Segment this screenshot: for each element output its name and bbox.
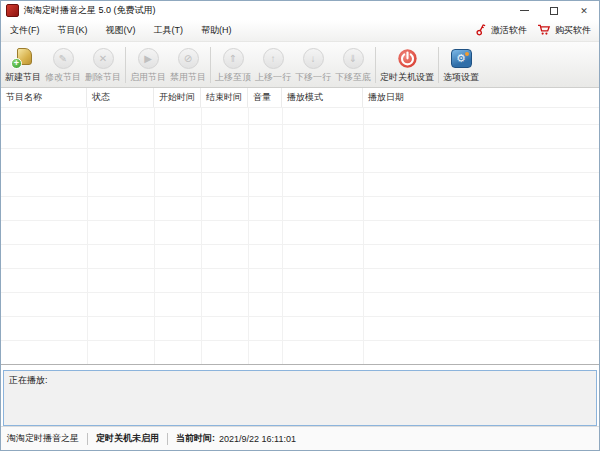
toolbar-button-move-up[interactable]: ↑ 上移一行 <box>253 44 293 86</box>
toolbar-button-options-settings[interactable]: ⚙ 选项设置 <box>441 44 481 86</box>
toolbar-button-label: 修改节目 <box>45 71 81 84</box>
column-header-status[interactable]: 状态 <box>87 88 154 107</box>
toolbar-button-label: 定时关机设置 <box>380 71 434 84</box>
window-controls: ✕ <box>509 1 599 20</box>
toolbar-button-disable-program[interactable]: ⊘ 禁用节目 <box>168 44 208 86</box>
grid-line <box>282 108 283 364</box>
window-title: 淘淘定时播音之星 5.0 (免费试用) <box>24 4 156 17</box>
toolbar-button-move-bottom[interactable]: ⇓ 下移至底 <box>333 44 373 86</box>
menu-tools[interactable]: 工具(T) <box>145 20 193 41</box>
grid-line <box>363 108 364 364</box>
status-app-name: 淘淘定时播音之星 <box>7 432 79 445</box>
column-header-program-name[interactable]: 节目名称 <box>1 88 87 107</box>
toolbar-button-edit-program[interactable]: ✎ 修改节目 <box>43 44 83 86</box>
toolbar-button-enable-program[interactable]: ▶ 启用节目 <box>128 44 168 86</box>
status-time-label: 当前时间: <box>176 432 215 445</box>
buy-software-label: 购买软件 <box>555 24 591 37</box>
toolbar-button-label: 上移一行 <box>255 71 291 84</box>
close-button[interactable]: ✕ <box>569 1 599 20</box>
toolbar-separator <box>438 47 439 83</box>
status-bar: 淘淘定时播音之星 定时关机未启用 当前时间: 2021/9/22 16:11:0… <box>1 426 599 450</box>
column-header-play-date[interactable]: 播放日期 <box>363 88 599 107</box>
column-header-volume[interactable]: 音量 <box>248 88 282 107</box>
toolbar-button-move-down[interactable]: ↓ 下移一行 <box>293 44 333 86</box>
move-up-icon: ↑ <box>263 47 284 70</box>
toolbar-button-delete-program[interactable]: ✕ 删除节目 <box>83 44 123 86</box>
disable-program-icon: ⊘ <box>178 47 199 70</box>
delete-program-icon: ✕ <box>93 47 114 70</box>
edit-program-icon: ✎ <box>53 47 74 70</box>
toolbar-button-label: 下移一行 <box>295 71 331 84</box>
column-header-start-time[interactable]: 开始时间 <box>154 88 201 107</box>
grid-line <box>201 108 202 364</box>
power-icon <box>397 47 418 70</box>
close-icon: ✕ <box>580 6 588 16</box>
move-down-icon: ↓ <box>303 47 324 70</box>
column-header-play-mode[interactable]: 播放模式 <box>282 88 363 107</box>
maximize-button[interactable] <box>539 1 569 20</box>
grid-line <box>248 108 249 364</box>
minimize-button[interactable] <box>509 1 539 20</box>
status-time-value: 2021/9/22 16:11:01 <box>219 434 296 444</box>
activate-software-link[interactable]: 激活软件 <box>475 24 527 38</box>
grid-line <box>154 108 155 364</box>
toolbar-button-label: 启用节目 <box>130 71 166 84</box>
menu-program[interactable]: 节目(K) <box>49 20 97 41</box>
options-icon: ⚙ <box>451 47 472 70</box>
key-icon <box>475 24 487 38</box>
toolbar-button-new-program[interactable]: + 新建节目 <box>3 44 43 86</box>
enable-program-icon: ▶ <box>138 47 159 70</box>
toolbar-button-label: 新建节目 <box>5 71 41 84</box>
toolbar-button-shutdown-settings[interactable]: 定时关机设置 <box>378 44 436 86</box>
activate-software-label: 激活软件 <box>491 24 527 37</box>
maximize-icon <box>550 7 558 15</box>
new-program-icon: + <box>11 47 35 70</box>
app-icon <box>6 4 19 17</box>
toolbar-button-move-top[interactable]: ⇑ 上移至顶 <box>213 44 253 86</box>
menu-bar: 文件(F) 节目(K) 视图(V) 工具(T) 帮助(H) 激活软件 <box>1 20 599 42</box>
toolbar-button-label: 上移至顶 <box>215 71 251 84</box>
toolbar-button-label: 下移至底 <box>335 71 371 84</box>
cart-icon <box>537 23 551 38</box>
now-playing-label: 正在播放: <box>9 375 48 385</box>
move-bottom-icon: ⇓ <box>343 47 364 70</box>
toolbar-button-label: 禁用节目 <box>170 71 206 84</box>
buy-software-link[interactable]: 购买软件 <box>537 23 591 38</box>
program-list-body[interactable] <box>1 108 599 364</box>
app-window: 淘淘定时播音之星 5.0 (免费试用) ✕ 文件(F) 节目(K) 视图(V) … <box>0 0 600 451</box>
toolbar: + 新建节目 ✎ 修改节目 ✕ 删除节目 ▶ 启用节目 ⊘ 禁用节目 ⇑ 上移至… <box>1 42 599 88</box>
minimize-icon <box>520 10 529 11</box>
toolbar-separator <box>210 47 211 83</box>
column-header-end-time[interactable]: 结束时间 <box>201 88 248 107</box>
now-playing-panel: 正在播放: <box>3 370 597 426</box>
title-bar: 淘淘定时播音之星 5.0 (免费试用) ✕ <box>1 1 599 20</box>
menu-file[interactable]: 文件(F) <box>1 20 49 41</box>
toolbar-separator <box>125 47 126 83</box>
status-separator <box>167 433 168 445</box>
status-shutdown: 定时关机未启用 <box>96 432 159 445</box>
menu-right-links: 激活软件 购买软件 <box>475 23 599 38</box>
status-separator <box>87 433 88 445</box>
grid-line <box>87 108 88 364</box>
toolbar-separator <box>375 47 376 83</box>
menu-help[interactable]: 帮助(H) <box>192 20 241 41</box>
toolbar-button-label: 删除节目 <box>85 71 121 84</box>
move-top-icon: ⇑ <box>223 47 244 70</box>
program-list-header: 节目名称 状态 开始时间 结束时间 音量 播放模式 播放日期 <box>1 88 599 108</box>
menu-view[interactable]: 视图(V) <box>97 20 145 41</box>
toolbar-button-label: 选项设置 <box>443 71 479 84</box>
